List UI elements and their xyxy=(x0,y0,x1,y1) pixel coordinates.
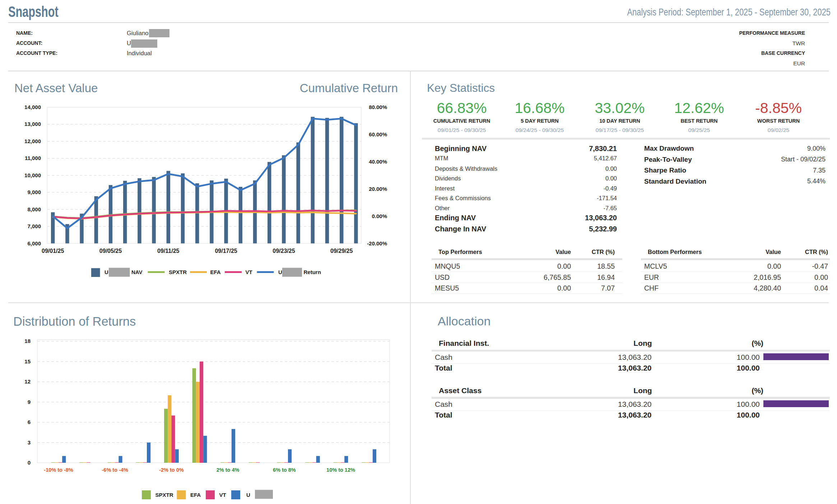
svg-text:12,000: 12,000 xyxy=(24,138,41,144)
svg-text:14,000: 14,000 xyxy=(24,104,41,110)
svg-text:09/01/25: 09/01/25 xyxy=(42,248,64,254)
svg-text:-20.00%: -20.00% xyxy=(367,240,387,246)
svg-text:SPXTR: SPXTR xyxy=(155,492,173,498)
svg-text:13,000: 13,000 xyxy=(24,121,41,127)
svg-text:09/05/25: 09/05/25 xyxy=(99,248,122,254)
svg-text:-2% to 0%: -2% to 0% xyxy=(159,467,184,473)
svg-text:SPXTR: SPXTR xyxy=(169,269,187,275)
svg-text:U: U xyxy=(246,492,250,498)
svg-text:6,000: 6,000 xyxy=(27,240,41,246)
svg-text:09/11/25: 09/11/25 xyxy=(157,248,180,254)
svg-text:15: 15 xyxy=(24,358,31,364)
svg-text:U: U xyxy=(104,269,108,275)
svg-text:EFA: EFA xyxy=(190,492,201,498)
svg-text:09/17/25: 09/17/25 xyxy=(215,248,237,254)
svg-text:8,000: 8,000 xyxy=(27,206,41,212)
svg-text:6% to 8%: 6% to 8% xyxy=(273,467,296,473)
svg-text:12: 12 xyxy=(24,378,31,385)
svg-text:18: 18 xyxy=(24,338,31,344)
svg-text:11,000: 11,000 xyxy=(25,155,41,161)
svg-text:9: 9 xyxy=(28,399,31,405)
svg-text:0: 0 xyxy=(28,460,31,466)
svg-text:10% to 12%: 10% to 12% xyxy=(326,467,355,473)
svg-text:6: 6 xyxy=(28,419,31,425)
svg-text:NAV: NAV xyxy=(131,269,143,275)
svg-text:2% to 4%: 2% to 4% xyxy=(217,467,240,473)
svg-text:VT: VT xyxy=(219,492,226,498)
svg-text:EFA: EFA xyxy=(210,269,221,275)
svg-text:-10% to -8%: -10% to -8% xyxy=(44,467,73,473)
svg-text:3: 3 xyxy=(28,439,31,446)
svg-text:-6% to -4%: -6% to -4% xyxy=(102,467,128,473)
svg-text:9,000: 9,000 xyxy=(27,189,41,195)
svg-text:7,000: 7,000 xyxy=(27,223,41,229)
svg-text:10,000: 10,000 xyxy=(24,172,41,178)
